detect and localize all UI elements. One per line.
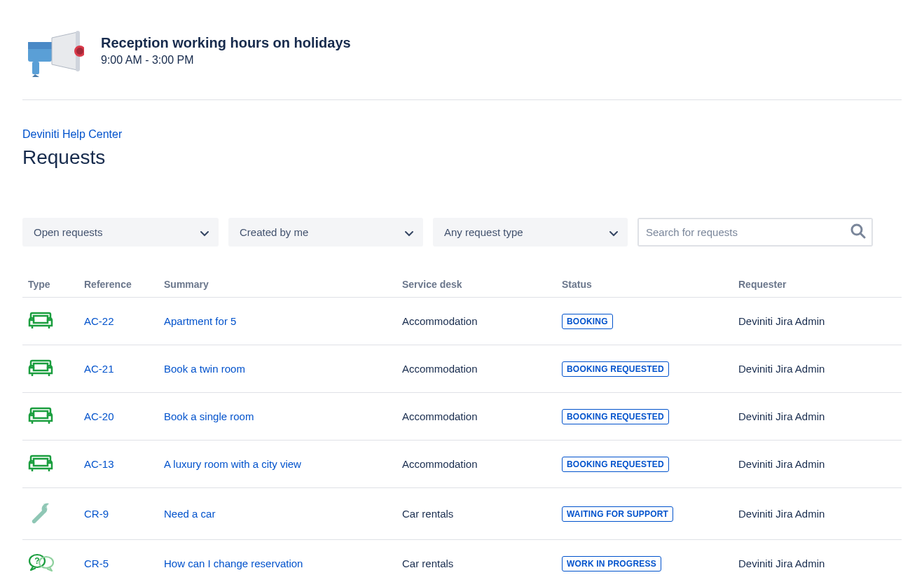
status-badge: WAITING FOR SUPPORT [562, 506, 673, 522]
filter-status[interactable]: Open requests [22, 218, 219, 247]
cell-reference: AC-20 [78, 393, 158, 441]
filter-creator-label: Created by me [240, 226, 308, 238]
table-row[interactable]: AC-20Book a single roomAccommodationBOOK… [22, 393, 902, 441]
header-type: Type [22, 272, 78, 298]
filter-status-label: Open requests [34, 226, 102, 238]
filters-row: Open requests Created by me Any request … [22, 218, 902, 247]
svg-marker-7 [32, 74, 39, 77]
cell-reference: AC-22 [78, 298, 158, 345]
cell-type [22, 393, 78, 441]
svg-rect-6 [32, 62, 39, 74]
cell-status: BOOKING REQUESTED [556, 345, 733, 393]
table-row[interactable]: AC-22Apartment for 5AccommodationBOOKING… [22, 298, 902, 345]
reference-link[interactable]: AC-21 [84, 363, 114, 375]
cell-type [22, 298, 78, 345]
cell-reference: AC-13 [78, 441, 158, 488]
cell-summary: How can I change reservation [158, 540, 397, 583]
reference-link[interactable]: AC-22 [84, 315, 114, 327]
status-badge: BOOKING REQUESTED [562, 361, 669, 377]
cell-status: BOOKING REQUESTED [556, 441, 733, 488]
reference-link[interactable]: AC-20 [84, 410, 114, 422]
summary-link[interactable]: Book a twin room [164, 363, 245, 375]
announcement-title: Reception working hours on holidays [101, 35, 351, 51]
cell-status: BOOKING [556, 298, 733, 345]
cell-requester: Deviniti Jira Admin [733, 298, 902, 345]
svg-line-9 [861, 233, 865, 237]
reference-link[interactable]: AC-13 [84, 458, 114, 470]
summary-link[interactable]: How can I change reservation [164, 557, 303, 569]
cell-status: WORK IN PROGRESS [556, 540, 733, 583]
cell-summary: Apartment for 5 [158, 298, 397, 345]
chevron-down-icon [405, 226, 413, 238]
header-summary: Summary [158, 272, 397, 298]
header-service-desk: Service desk [397, 272, 556, 298]
table-row[interactable]: CR-9Need a carCar rentalsWAITING FOR SUP… [22, 488, 902, 540]
cell-reference: AC-21 [78, 345, 158, 393]
reference-link[interactable]: CR-5 [84, 557, 109, 569]
cell-service-desk: Accommodation [397, 441, 556, 488]
requests-table: Type Reference Summary Service desk Stat… [22, 272, 902, 582]
table-row[interactable]: AC-13A luxury room with a city viewAccom… [22, 441, 902, 488]
cell-type [22, 441, 78, 488]
table-row[interactable]: AC-21Book a twin roomAccommodationBOOKIN… [22, 345, 902, 393]
cell-summary: A luxury room with a city view [158, 441, 397, 488]
header-reference: Reference [78, 272, 158, 298]
header-status: Status [556, 272, 733, 298]
cell-type [22, 488, 78, 540]
divider [22, 99, 902, 100]
svg-marker-2 [52, 32, 77, 70]
cell-type: ? [22, 540, 78, 583]
summary-link[interactable]: Book a single room [164, 410, 254, 422]
search-icon [850, 223, 866, 242]
header-requester: Requester [733, 272, 902, 298]
cell-summary: Need a car [158, 488, 397, 540]
summary-link[interactable]: Need a car [164, 508, 215, 520]
status-badge: WORK IN PROGRESS [562, 556, 661, 571]
sofa-icon [28, 406, 53, 425]
filter-creator[interactable]: Created by me [228, 218, 423, 247]
cell-requester: Deviniti Jira Admin [733, 540, 902, 583]
cell-requester: Deviniti Jira Admin [733, 441, 902, 488]
cell-status: WAITING FOR SUPPORT [556, 488, 733, 540]
chevron-down-icon [200, 226, 209, 238]
svg-rect-1 [28, 42, 52, 49]
cell-service-desk: Car rentals [397, 540, 556, 583]
cell-reference: CR-5 [78, 540, 158, 583]
filter-request-type-label: Any request type [444, 226, 523, 238]
breadcrumb-link[interactable]: Deviniti Help Center [22, 128, 122, 140]
table-row[interactable]: ?CR-5How can I change reservationCar ren… [22, 540, 902, 583]
cell-service-desk: Accommodation [397, 345, 556, 393]
summary-link[interactable]: A luxury room with a city view [164, 458, 301, 470]
filter-request-type[interactable]: Any request type [433, 218, 628, 247]
summary-link[interactable]: Apartment for 5 [164, 315, 236, 327]
question-icon: ? [28, 553, 55, 572]
cell-requester: Deviniti Jira Admin [733, 488, 902, 540]
wrench-icon [28, 501, 52, 525]
svg-point-5 [76, 48, 83, 55]
status-badge: BOOKING REQUESTED [562, 409, 669, 424]
sofa-icon [28, 310, 53, 330]
cell-summary: Book a single room [158, 393, 397, 441]
announcement-subtitle: 9:00 AM - 3:00 PM [101, 54, 351, 67]
page-title: Requests [22, 146, 902, 169]
sofa-icon [28, 453, 53, 473]
cell-requester: Deviniti Jira Admin [733, 345, 902, 393]
cell-status: BOOKING REQUESTED [556, 393, 733, 441]
announcement-banner: Reception working hours on holidays 9:00… [22, 0, 902, 99]
chevron-down-icon [609, 226, 618, 238]
cell-requester: Deviniti Jira Admin [733, 393, 902, 441]
svg-point-20 [39, 557, 53, 568]
sofa-icon [28, 358, 53, 377]
cell-service-desk: Accommodation [397, 393, 556, 441]
status-badge: BOOKING [562, 314, 613, 329]
cell-service-desk: Accommodation [397, 298, 556, 345]
cell-summary: Book a twin room [158, 345, 397, 393]
megaphone-icon [22, 28, 84, 77]
reference-link[interactable]: CR-9 [84, 508, 109, 520]
cell-type [22, 345, 78, 393]
search-input[interactable] [639, 219, 871, 245]
cell-service-desk: Car rentals [397, 488, 556, 540]
search-field[interactable] [637, 218, 873, 247]
status-badge: BOOKING REQUESTED [562, 457, 669, 472]
table-header-row: Type Reference Summary Service desk Stat… [22, 272, 902, 298]
